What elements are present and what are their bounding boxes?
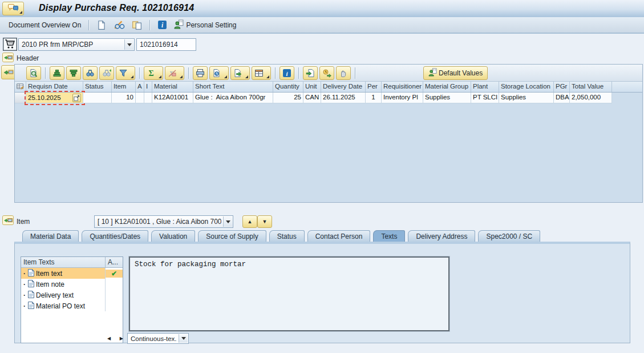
text-type-item-note[interactable]: Item note <box>21 279 123 290</box>
unit-cell[interactable]: CAN <box>303 93 321 103</box>
column-header[interactable]: Plant <box>471 82 499 92</box>
detail-icon[interactable] <box>26 66 41 80</box>
column-header[interactable]: Requisn Date <box>26 82 83 92</box>
find-icon[interactable] <box>83 66 98 80</box>
column-header[interactable]: I <box>144 82 152 92</box>
possible-entries-icon[interactable] <box>72 94 81 102</box>
info-icon[interactable]: i <box>280 66 294 80</box>
sort-descending-icon[interactable] <box>66 66 81 80</box>
i-cell[interactable] <box>144 93 152 103</box>
item-expand-icon[interactable] <box>2 215 14 227</box>
column-header[interactable]: Item <box>112 82 136 92</box>
filter-icon[interactable] <box>116 66 135 80</box>
text-type-item-text[interactable]: Item text ✔ <box>21 268 123 279</box>
row-select-cell[interactable] <box>15 93 26 103</box>
sort-ascending-icon[interactable] <box>50 66 64 80</box>
column-header[interactable]: Delivery Date <box>321 82 366 92</box>
document-number-field[interactable] <box>136 38 196 51</box>
document-type-select[interactable]: 2010 PR frm MRP/CBP <box>18 38 135 51</box>
quantity-cell[interactable]: 25 <box>273 93 303 103</box>
item-cell[interactable]: 10 <box>112 93 136 103</box>
gui-services-menu-button[interactable] <box>2 2 24 15</box>
personal-setting-icon <box>174 19 184 31</box>
header-expand-icon[interactable] <box>2 53 14 64</box>
create-document-icon[interactable] <box>95 18 108 32</box>
toolbar-separator <box>88 20 89 30</box>
material-group-cell[interactable]: Supplies <box>423 93 471 103</box>
column-header[interactable]: Material <box>152 82 193 92</box>
per-cell[interactable]: 1 <box>366 93 382 103</box>
column-header[interactable]: Unit <box>303 82 321 92</box>
status-cell[interactable] <box>83 93 112 103</box>
delivery-date-cell[interactable]: 26.11.2025 <box>321 93 366 103</box>
default-values-button[interactable]: Default Values <box>423 66 488 80</box>
texts-tab-panel: Item Texts A... Item text ✔ Item note De… <box>14 242 630 343</box>
storage-location-cell[interactable]: Supplies <box>499 93 554 103</box>
requisitioner-cell[interactable]: Inventory Pl <box>382 93 423 103</box>
tab-source-of-supply[interactable]: Source of Supply <box>198 230 266 242</box>
short-text-cell[interactable]: Glue : Aica Aibon 700gr <box>193 93 273 103</box>
text-format-select[interactable]: Continuous-tex... <box>127 333 189 344</box>
column-header[interactable]: Per <box>366 82 382 92</box>
up-arrow-icon: ▲ <box>248 219 253 224</box>
chat-bubbles-icon <box>8 3 18 14</box>
find-next-icon[interactable] <box>99 66 114 80</box>
column-header[interactable]: Requisitioner <box>382 82 423 92</box>
next-item-button[interactable]: ▼ <box>257 215 272 228</box>
hold-hand-icon[interactable] <box>336 66 351 80</box>
chevron-down-icon <box>179 334 188 343</box>
plant-cell[interactable]: PT SLCI <box>471 93 499 103</box>
column-header[interactable]: Storage Location <box>499 82 554 92</box>
text-editor[interactable]: Stock for packaging mortar <box>129 256 449 331</box>
scroll-left-icon[interactable]: ◀ <box>107 336 111 341</box>
copy-items-icon[interactable] <box>303 66 318 80</box>
item-texts-list-header: Item Texts A... <box>21 257 123 268</box>
column-header[interactable]: A <box>136 82 144 92</box>
pgr-cell[interactable]: DBA <box>554 93 570 103</box>
tab-valuation[interactable]: Valuation <box>151 230 195 242</box>
material-cell[interactable]: K12A01001 <box>152 93 193 103</box>
column-header[interactable]: Status <box>83 82 112 92</box>
column-header[interactable]: Material Group <box>423 82 471 92</box>
column-header[interactable]: Short Text <box>193 82 273 92</box>
column-header[interactable]: Total Value <box>570 82 612 92</box>
tab-delivery-address[interactable]: Delivery Address <box>408 230 475 242</box>
column-header[interactable]: PGr <box>554 82 570 92</box>
sap-gui-window: Display Purchase Req. 1021016914 Documen… <box>0 0 644 353</box>
choose-layout-icon[interactable] <box>252 66 271 80</box>
info-icon[interactable]: i <box>156 18 169 32</box>
text-document-icon <box>28 269 34 278</box>
header-section-label: Header <box>17 54 39 62</box>
previous-item-button[interactable]: ▲ <box>242 215 257 228</box>
text-type-material-po-text[interactable]: Material PO text <box>21 300 123 311</box>
subtotal-icon[interactable]: Σ <box>165 66 184 80</box>
text-type-delivery-text[interactable]: Delivery text <box>21 290 123 300</box>
personal-setting-button[interactable]: Personal Setting <box>172 18 238 32</box>
sum-icon[interactable]: Σ <box>144 66 163 80</box>
display-change-icon[interactable] <box>112 18 127 32</box>
item-select[interactable]: [ 10 ] K12A01001 , Glue : Aica Aibon 700… <box>94 215 233 228</box>
total-value-cell[interactable]: 2,050,000 <box>570 93 612 103</box>
dropdown-corner-icon <box>19 11 22 14</box>
tab-spec2000-sc[interactable]: Spec2000 / SC <box>478 230 540 242</box>
select-all-icon[interactable] <box>15 82 26 92</box>
other-document-icon[interactable] <box>130 18 144 32</box>
toolbar-separator <box>188 67 189 79</box>
print-preview-icon[interactable] <box>209 66 229 80</box>
tab-contact-person[interactable]: Contact Person <box>307 230 371 242</box>
scroll-right-icon[interactable]: ▶ <box>120 336 123 341</box>
column-header[interactable]: Quantity <box>273 82 303 92</box>
document-overview-button[interactable]: Document Overview On <box>7 18 83 32</box>
tab-material-data[interactable]: Material Data <box>22 230 79 242</box>
purchase-requisition-cart-icon <box>3 38 17 53</box>
schedule-icon[interactable] <box>319 66 334 80</box>
tab-texts[interactable]: Texts <box>373 230 405 242</box>
requisn-date-cell[interactable]: 25.10.2025 <box>26 93 83 103</box>
a-cell[interactable] <box>136 93 144 103</box>
print-icon[interactable] <box>193 66 208 80</box>
tab-quantities-dates[interactable]: Quantities/Dates <box>82 230 148 242</box>
tab-status[interactable]: Status <box>269 230 305 242</box>
column-header-filler <box>612 82 642 92</box>
export-icon[interactable] <box>230 66 250 80</box>
toolbar-separator <box>298 67 299 79</box>
